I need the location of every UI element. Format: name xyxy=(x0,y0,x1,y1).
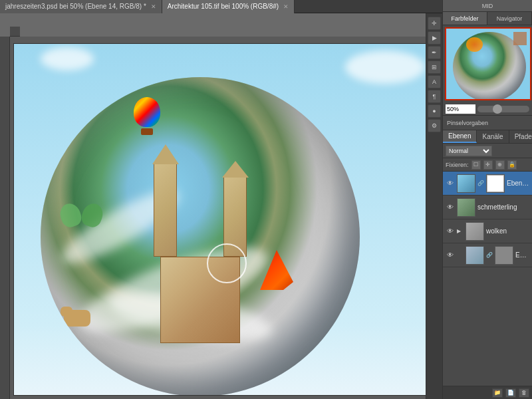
eye-icon-schmetterling[interactable]: 👁 xyxy=(446,203,455,212)
layer-name-schmetterling: schmetterling xyxy=(477,203,529,211)
tab-pfade[interactable]: Pfade xyxy=(509,130,532,143)
layer-row-ebene9[interactable]: 👁 🔗 Ebene 9 xyxy=(443,243,532,267)
layer-row-ebene14[interactable]: 👁 🔗 Ebene 14 xyxy=(443,172,532,196)
tools-sidebar: ✛ ▶ ✒ ⊞ A ¶ ● ⚙ xyxy=(426,13,442,399)
ruler-horizontal: 5 10 15 20 25 30 35 40 xyxy=(10,27,20,37)
tab-ebenen-label: Ebenen xyxy=(448,132,471,140)
tab-kanaele[interactable]: Kanäle xyxy=(477,130,509,143)
layer-name-ebene14: Ebene 14 xyxy=(507,180,529,187)
eye-icon-ebene9[interactable]: 👁 xyxy=(446,251,455,260)
tool-paragraph[interactable]: ¶ xyxy=(428,90,441,103)
tab-jahreszeiten[interactable]: jahreszeiten3.psd bei 50% (Ebene 14, RGB… xyxy=(0,0,162,13)
circle-selection xyxy=(207,243,247,283)
tab-farbfelder-label: Farbfelder xyxy=(451,15,478,22)
mid-button[interactable]: MID xyxy=(443,0,532,12)
cow xyxy=(61,303,94,330)
tool-brush[interactable]: ● xyxy=(428,104,441,118)
tab-navigator-label: Navigator xyxy=(497,15,523,22)
globe xyxy=(41,77,360,396)
tab-jahreszeiten-label: jahreszeiten3.psd bei 50% (Ebene 14, RGB… xyxy=(5,3,146,10)
layer-link-ebene14: 🔗 xyxy=(477,179,484,188)
layer-link-ebene9: 🔗 xyxy=(486,251,493,260)
cathedral-tower-left xyxy=(154,164,177,257)
tab-jahreszeiten-close[interactable]: ✕ xyxy=(151,3,156,10)
zoom-input[interactable] xyxy=(446,104,475,114)
tab-ebenen[interactable]: Ebenen xyxy=(443,130,477,143)
tab-architektur-close[interactable]: ✕ xyxy=(283,3,289,10)
tool-layer[interactable]: ⊞ xyxy=(428,61,441,74)
pinselvorgaben-bar[interactable]: Pinselvorgaben xyxy=(443,116,532,130)
tab-architektur-label: Architektur 105.tif bei 100% (RGB/8#) xyxy=(168,3,279,10)
layer-thumb-ebene9 xyxy=(466,246,484,265)
layer-row-wolken[interactable]: 👁 ▶ wolken xyxy=(443,219,532,243)
cathedral xyxy=(140,210,260,343)
red-figure xyxy=(260,250,293,290)
blend-mode-select[interactable]: Normal xyxy=(446,146,492,156)
hot-air-balloon xyxy=(134,97,160,135)
fix-btn-2[interactable]: ✛ xyxy=(483,160,493,170)
zoom-slider[interactable] xyxy=(477,106,529,112)
layer-mask-ebene9 xyxy=(495,246,513,265)
eye-icon-ebene14[interactable]: 👁 xyxy=(446,179,455,188)
red-wing xyxy=(260,250,293,290)
tool-play[interactable]: ▶ xyxy=(428,31,441,45)
zoom-thumb xyxy=(493,104,502,114)
nav-bird xyxy=(513,32,527,45)
ebenen-tabs: Ebenen Kanäle Pfade xyxy=(443,130,532,144)
right-panel: MID Farbfelder Navigator Pinselvorgaben … xyxy=(442,0,532,399)
layer-thumb-ebene14 xyxy=(457,174,475,193)
balloon-basket xyxy=(141,128,153,135)
canvas-area: 5 10 15 20 25 30 35 40 xyxy=(0,13,442,399)
tool-settings[interactable]: ⚙ xyxy=(428,119,441,132)
panel-btn-delete[interactable]: 🗑 xyxy=(519,388,529,398)
layer-thumb-wolken xyxy=(466,222,484,241)
zoom-control xyxy=(443,102,532,116)
navigator-preview xyxy=(445,27,531,100)
ruler-vertical xyxy=(0,37,10,399)
tab-kanaele-label: Kanäle xyxy=(482,133,503,140)
tool-pen[interactable]: ✒ xyxy=(428,46,441,59)
butterfly-wing-right xyxy=(79,201,106,229)
globe-container xyxy=(34,64,366,396)
tab-farbfelder[interactable]: Farbfelder xyxy=(443,12,487,25)
tool-move[interactable]: ✛ xyxy=(428,17,441,30)
fixieren-label: Fixieren: xyxy=(446,162,469,168)
tab-architektur[interactable]: Architektur 105.tif bei 100% (RGB/8#) ✕ xyxy=(162,0,295,13)
panel-btn-new-folder[interactable]: 📁 xyxy=(492,388,503,398)
fix-btn-3[interactable]: ⊕ xyxy=(495,160,505,170)
blend-mode-row: Normal xyxy=(443,144,532,158)
canvas-content xyxy=(10,37,442,399)
fixieren-row: Fixieren: ☐ ✛ ⊕ 🔒 xyxy=(443,158,532,172)
balloon-envelope xyxy=(134,97,160,127)
butterfly xyxy=(61,203,102,228)
layer-name-wolken: wolken xyxy=(486,227,529,235)
layer-row-schmetterling[interactable]: 👁 schmetterling xyxy=(443,196,532,219)
tab-pfade-label: Pfade xyxy=(515,133,532,140)
nav-balloon xyxy=(466,37,483,52)
layer-thumb-schmetterling xyxy=(457,198,475,217)
panel-bottom: 📁 📄 🗑 xyxy=(443,386,532,399)
panel-btn-new-layer[interactable]: 📄 xyxy=(505,388,516,398)
main-canvas[interactable] xyxy=(13,43,439,396)
top-panel-tabs: Farbfelder Navigator xyxy=(443,12,532,25)
eye-icon-wolken[interactable]: 👁 xyxy=(446,227,455,236)
pinselvorgaben-label: Pinselvorgaben xyxy=(447,120,488,126)
fix-btn-1[interactable]: ☐ xyxy=(471,160,481,170)
tool-text[interactable]: A xyxy=(428,75,441,88)
mid-label: MID xyxy=(482,3,493,9)
butterfly-wing-left xyxy=(57,201,84,229)
layer-mask-ebene14 xyxy=(486,174,505,193)
cow-body xyxy=(64,310,90,327)
fix-btn-4[interactable]: 🔒 xyxy=(507,160,517,170)
layer-name-ebene9: Ebene 9 xyxy=(515,251,529,259)
tab-navigator[interactable]: Navigator xyxy=(487,12,532,25)
folder-arrow-wolken[interactable]: ▶ xyxy=(457,228,464,234)
